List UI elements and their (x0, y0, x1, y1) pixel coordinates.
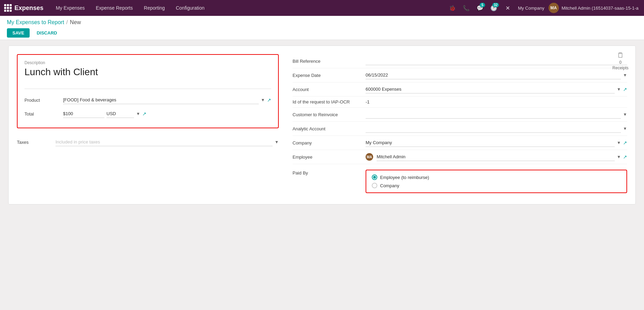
updates-icon-btn[interactable]: 🕐 32 (488, 2, 500, 14)
analytic-account-label: Analytic Account (293, 126, 361, 131)
taxes-field-row: Taxes Included in price taxes ▼ (17, 135, 279, 149)
form-card: 🗒 0 Receipts Description Product [FOOD] … (8, 46, 636, 204)
paid-by-employee-option[interactable]: Employee (to reimburse) (372, 174, 621, 180)
paid-by-employee-label: Employee (to reimburse) (380, 175, 429, 180)
form-left: Description Product [FOOD] Food & bevera… (17, 54, 279, 196)
expense-title-input[interactable] (24, 67, 271, 78)
form-right: Bill Reference Expense Date ▼ Account (293, 54, 627, 196)
total-input[interactable] (63, 110, 104, 118)
discard-button[interactable]: DISCARD (32, 28, 61, 38)
brand-label: Expenses (14, 4, 43, 12)
account-row: Account 600000 Expenses ▼ ↗ (293, 82, 627, 97)
paid-by-box: Employee (to reimburse) Company (366, 170, 627, 193)
main-content: 🗒 0 Receipts Description Product [FOOD] … (0, 40, 644, 210)
user-name[interactable]: Mitchell Admin (16514037-saas-15-1-a (560, 6, 640, 11)
nav-expense-reports[interactable]: Expense Reports (92, 0, 137, 16)
customer-reinvoice-row: Customer to Reinvoice ▼ (293, 108, 627, 122)
receipts-label: Receipts (612, 66, 628, 70)
navbar: Expenses My Expenses Expense Reports Rep… (0, 0, 644, 16)
employee-label: Employee (293, 154, 361, 160)
company-selector[interactable]: My Company (515, 6, 547, 11)
taxes-select[interactable]: Included in price taxes (55, 138, 273, 146)
paid-by-company-label: Company (380, 183, 399, 188)
company-label: Company (293, 140, 361, 146)
employee-dropdown-arrow: ▼ (617, 154, 621, 159)
account-dropdown-arrow: ▼ (617, 87, 621, 92)
messages-icon-btn[interactable]: 💬 5 (474, 2, 486, 14)
updates-badge: 32 (492, 3, 499, 7)
employee-value-wrapper: MA Mitchell Admin ▼ ↗ (366, 153, 627, 161)
currency-dropdown-arrow: ▼ (136, 111, 140, 116)
product-external-link[interactable]: ↗ (267, 97, 271, 103)
product-field-row: Product [FOOD] Food & beverages ▼ ↗ (24, 93, 271, 107)
product-label: Product (24, 98, 59, 103)
employee-select[interactable]: Mitchell Admin (377, 153, 615, 161)
save-button[interactable]: SAVE (7, 28, 30, 38)
paid-by-employee-radio[interactable] (372, 174, 377, 180)
nav-reporting[interactable]: Reporting (140, 0, 169, 16)
breadcrumb: My Expenses to Report / New (7, 19, 637, 26)
expense-date-label: Expense Date (293, 73, 361, 78)
iap-value: -1 (366, 99, 370, 104)
company-external-link[interactable]: ↗ (623, 140, 627, 146)
employee-external-link[interactable]: ↗ (623, 154, 627, 160)
company-select[interactable]: My Company (366, 139, 615, 147)
expense-date-row: Expense Date ▼ (293, 68, 627, 82)
expense-date-input[interactable] (366, 71, 621, 79)
account-external-link[interactable]: ↗ (623, 87, 627, 92)
account-value-wrapper: 600000 Expenses ▼ ↗ (366, 85, 627, 93)
breadcrumb-current: New (70, 19, 81, 26)
customer-reinvoice-dropdown-arrow: ▼ (623, 112, 627, 117)
bill-reference-value (366, 57, 627, 65)
analytic-account-select[interactable] (366, 124, 621, 133)
nav-my-expenses[interactable]: My Expenses (52, 0, 89, 16)
action-buttons: SAVE DISCARD (7, 28, 637, 38)
description-label: Description (24, 60, 271, 65)
customer-reinvoice-value: ▼ (366, 110, 627, 119)
bug-icon-btn[interactable]: 🐞 (446, 2, 459, 14)
messages-badge: 5 (480, 3, 485, 7)
account-select[interactable]: 600000 Expenses (366, 85, 615, 93)
bill-reference-row: Bill Reference (293, 54, 627, 68)
company-row: Company My Company ▼ ↗ (293, 136, 627, 150)
currency-external-link[interactable]: ↗ (142, 111, 146, 117)
company-value-wrapper: My Company ▼ ↗ (366, 139, 627, 147)
app-brand[interactable]: Expenses (4, 4, 43, 12)
employee-avatar: MA (366, 153, 373, 161)
paid-by-company-option[interactable]: Company (372, 183, 621, 188)
total-value-wrapper: USD ▼ ↗ (63, 110, 271, 118)
analytic-account-row: Analytic Account ▼ (293, 122, 627, 136)
account-label: Account (293, 87, 361, 92)
company-dropdown-arrow: ▼ (617, 140, 621, 145)
breadcrumb-area: My Expenses to Report / New SAVE DISCARD (0, 16, 644, 40)
customer-reinvoice-select[interactable] (366, 110, 621, 119)
taxes-value-wrapper: Included in price taxes ▼ (55, 138, 279, 146)
paid-by-radio-group: Employee (to reimburse) Company (372, 174, 621, 188)
taxes-dropdown-arrow: ▼ (275, 140, 279, 144)
receipts-count: 0 (619, 60, 622, 65)
breadcrumb-separator: / (66, 19, 68, 26)
bill-reference-input[interactable] (366, 57, 627, 65)
radio-inner-dot (373, 176, 376, 179)
customer-reinvoice-label: Customer to Reinvoice (293, 112, 361, 117)
nav-configuration[interactable]: Configuration (172, 0, 208, 16)
product-dropdown-arrow: ▼ (261, 98, 265, 102)
grid-icon (4, 4, 12, 12)
receipts-button[interactable]: 🗒 0 Receipts (612, 51, 628, 70)
currency-select[interactable]: USD (106, 110, 134, 118)
paid-by-label: Paid By (293, 167, 361, 176)
analytic-account-dropdown-arrow: ▼ (623, 126, 627, 131)
left-red-box: Description Product [FOOD] Food & bevera… (17, 54, 279, 128)
user-avatar[interactable]: MA (549, 3, 559, 13)
iap-value-wrapper: -1 (366, 99, 627, 104)
total-field-row: Total USD ▼ ↗ (24, 107, 271, 121)
iap-label: Id of the request to IAP-OCR (293, 99, 361, 104)
bill-reference-label: Bill Reference (293, 59, 361, 64)
paid-by-company-radio[interactable] (372, 183, 377, 188)
close-icon-btn[interactable]: ✕ (501, 2, 514, 14)
total-label: Total (24, 111, 59, 117)
product-select[interactable]: [FOOD] Food & beverages (63, 96, 259, 104)
product-value-wrapper: [FOOD] Food & beverages ▼ ↗ (63, 96, 271, 104)
phone-icon-btn[interactable]: 📞 (460, 2, 472, 14)
breadcrumb-link[interactable]: My Expenses to Report (7, 19, 64, 26)
